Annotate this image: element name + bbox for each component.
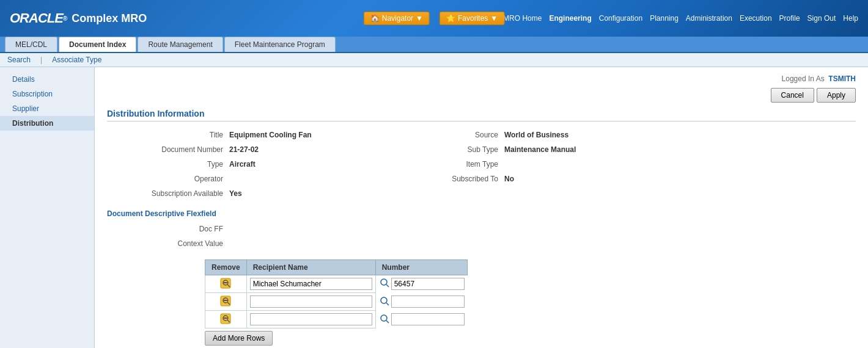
recipient-name-input-3[interactable] [250,313,372,325]
col-remove: Remove [205,260,247,275]
sub-nav-associate-type[interactable]: Associate Type [52,56,101,64]
col-number: Number [375,260,468,275]
favorites-label: Favorites [458,14,488,23]
remove-button-3[interactable] [219,313,232,325]
tab-document-index[interactable]: Document Index [59,37,136,52]
remove-button-2[interactable] [219,295,232,307]
ddf-grid: Doc FF Context Value [107,223,856,250]
apply-top-button[interactable]: Apply [817,88,856,103]
logged-in-bar: Logged In As TSMITH [107,74,856,83]
item-type-value [504,158,657,170]
tab-mel-cdl[interactable]: MEL/CDL [5,37,57,52]
logged-in-username: TSMITH [828,74,856,83]
recipient-cell-1 [246,275,375,293]
nav-help[interactable]: Help [843,14,858,23]
item-type-label: Item Type [382,158,504,170]
nav-configuration[interactable]: Configuration [599,14,642,23]
subscribed-to-value: No [504,173,657,185]
number-cell-2 [375,293,468,311]
cancel-top-button[interactable]: Cancel [771,88,814,103]
trademark: ® [63,15,67,22]
svg-line-11 [386,303,389,305]
number-search-button-1[interactable] [379,277,390,290]
title-label: Title [107,129,229,141]
header-nav: Home CMRO Home Engineering Configuration… [471,14,858,23]
type-label: Type [107,158,229,170]
content-area: Logged In As TSMITH Cancel Apply Distrib… [95,67,868,348]
sub-type-value: Maintenance Manual [504,143,657,156]
nav-sign-out[interactable]: Sign Out [807,14,836,23]
separator: | [40,56,42,64]
sidebar: Details Subscription Supplier Distributi… [0,67,95,348]
chevron-icon: ▼ [416,14,423,23]
source-label: Source [382,129,504,141]
operator-label: Operator [107,173,229,185]
operator-value [229,173,382,185]
doc-ff-value [229,223,382,235]
header-center-nav: 🏠 Navigator ▼ ⭐ Favorites ▼ [364,12,505,25]
section-title: Distribution Information [107,109,856,121]
nav-administration[interactable]: Administration [686,14,732,23]
app-title: Complex MRO [72,12,147,25]
sidebar-item-details[interactable]: Details [0,72,94,87]
add-more-rows-button[interactable]: Add More Rows [205,331,273,346]
type-value: Aircraft [229,158,382,170]
doc-number-value: 21-27-02 [229,143,382,156]
chevron-down-icon: ▼ [490,14,498,23]
table-row [205,311,468,328]
action-buttons-top: Cancel Apply [107,88,856,103]
number-cell-3 [375,311,468,328]
nav-profile[interactable]: Profile [779,14,800,23]
remove-cell-3 [205,311,247,328]
number-input-2[interactable] [391,295,465,308]
remove-cell-2 [205,293,247,311]
number-cell-1 [376,275,468,292]
remove-button-1[interactable] [219,277,232,289]
info-grid: Title Equipment Cooling Fan Source World… [107,129,856,200]
sidebar-item-subscription[interactable]: Subscription [0,87,94,101]
context-value-label: Context Value [107,237,229,250]
subscription-value: Yes [229,187,382,200]
number-input-1[interactable] [391,278,465,290]
subscribed-to-label: Subscribed To [382,173,504,185]
number-search-button-3[interactable] [379,313,390,326]
tab-fleet-maintenance[interactable]: Fleet Maintenance Program [224,37,336,52]
doc-number-label: Document Number [107,143,229,156]
nav-engineering[interactable]: Engineering [549,14,591,23]
navigator-label: Navigator [382,14,413,23]
number-input-3[interactable] [391,313,465,325]
sub-nav: Search | Associate Type [0,53,868,67]
nav-execution[interactable]: Execution [740,14,772,23]
add-more-rows-container: Add More Rows [205,331,856,346]
context-value [229,237,382,250]
sub-nav-search[interactable]: Search [7,56,31,64]
empty-value-1 [504,187,657,200]
logged-in-label: Logged In As [782,74,825,83]
table-row [205,293,468,311]
tab-route-management[interactable]: Route Management [138,37,223,52]
tab-bar: MEL/CDL Document Index Route Management … [0,37,868,53]
recipient-cell-3 [246,311,375,328]
sub-type-label: Sub Type [382,143,504,156]
recipient-cell-2 [246,293,375,311]
nav-planning[interactable]: Planning [650,14,679,23]
navigator-button[interactable]: 🏠 Navigator ▼ [364,12,430,25]
svg-line-5 [386,285,389,287]
oracle-logo: ORACLE® [10,10,67,26]
recipient-name-input-1[interactable] [250,278,372,290]
subscription-label: Subscription Available [107,187,229,200]
star-icon: ⭐ [446,14,455,23]
recipient-name-input-2[interactable] [250,295,372,308]
sidebar-item-distribution[interactable]: Distribution [0,116,94,131]
header: ORACLE® Complex MRO 🏠 Navigator ▼ ⭐ Favo… [0,0,868,37]
title-value: Equipment Cooling Fan [229,129,382,141]
svg-point-10 [381,297,387,303]
favorites-button[interactable]: ⭐ Favorites ▼ [440,12,504,25]
sidebar-item-supplier[interactable]: Supplier [0,101,94,116]
svg-point-16 [381,315,387,321]
doc-ff-label: Doc FF [107,223,229,235]
source-value: World of Business [504,129,657,141]
distribution-table: Remove Recipient Name Number [205,259,468,328]
number-search-button-2[interactable] [379,295,390,308]
empty-label-1 [382,187,504,200]
